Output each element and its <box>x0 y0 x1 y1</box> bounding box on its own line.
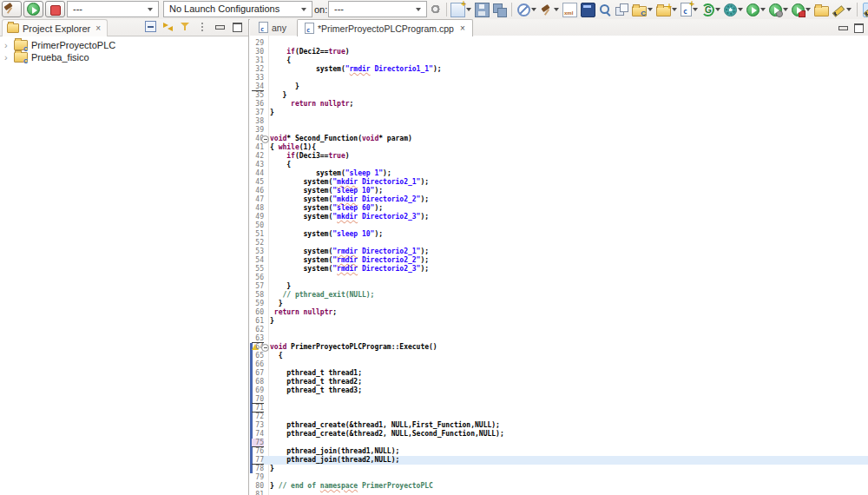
line-number[interactable]: 29 <box>252 39 264 47</box>
build-button[interactable] <box>2 1 22 17</box>
line-number[interactable]: 37 <box>252 109 264 116</box>
expander-chevron-icon[interactable]: › <box>4 41 10 50</box>
line-number[interactable]: 34 <box>252 82 264 91</box>
code-line[interactable]: 35 } <box>250 91 868 100</box>
code-editor[interactable]: 2930 if(Deci2==true)31 {32 system("rmdir… <box>250 36 868 495</box>
xml-icon[interactable] <box>562 3 577 17</box>
last-edit-icon[interactable] <box>615 3 628 16</box>
console-icon[interactable] <box>581 3 595 17</box>
editor-tab[interactable]: *PrimerProyectoPLCProgram.cpp× <box>297 19 473 36</box>
line-number[interactable]: 71 <box>252 404 264 412</box>
line-number[interactable]: 31 <box>252 56 264 64</box>
stop-button[interactable] <box>45 1 65 17</box>
line-number[interactable]: 46 <box>252 187 264 195</box>
build-icon[interactable] <box>540 3 553 16</box>
code-line[interactable]: 37} <box>250 109 868 117</box>
mark-occurrences-icon[interactable] <box>864 3 868 16</box>
line-number[interactable]: 50 <box>252 221 264 229</box>
fold-collapse-icon[interactable] <box>261 344 269 352</box>
new-cpp-class-icon[interactable] <box>656 6 671 16</box>
line-number[interactable]: 62 <box>252 326 264 333</box>
line-number[interactable]: 53 <box>252 248 264 255</box>
code-line[interactable]: 75 <box>250 439 868 447</box>
code-line[interactable]: 31 { <box>250 56 868 65</box>
line-number[interactable]: 54 <box>252 256 264 264</box>
code-line[interactable]: 61} <box>250 317 868 326</box>
code-line[interactable]: 36 return nullptr; <box>250 100 868 109</box>
line-number[interactable]: 70 <box>252 395 264 404</box>
code-line[interactable]: 60 return nullptr; <box>250 308 868 317</box>
code-line[interactable]: 46 system("sleep 10"); <box>250 187 868 195</box>
code-line[interactable]: 51 system("sleep 10"); <box>250 230 868 239</box>
line-number[interactable]: 65 <box>252 352 264 360</box>
code-line[interactable]: 69 pthread_t thread3; <box>250 386 868 395</box>
dropdown-arrow-icon[interactable] <box>672 8 677 11</box>
skip-breakpoints-icon[interactable] <box>517 3 530 16</box>
line-number[interactable]: 47 <box>252 195 264 203</box>
dropdown-arrow-icon[interactable] <box>738 8 743 11</box>
line-number[interactable]: 60 <box>252 308 264 316</box>
code-line[interactable]: 33 <box>250 74 868 82</box>
code-line[interactable]: 56 <box>250 274 868 282</box>
run-icon[interactable] <box>746 3 760 16</box>
line-number[interactable]: 43 <box>252 161 264 168</box>
code-line[interactable]: 58 // pthread_exit(NULL); <box>250 291 868 300</box>
link-with-editor-icon[interactable] <box>162 21 174 32</box>
code-line[interactable]: 39 <box>250 126 868 135</box>
line-number[interactable]: 73 <box>252 421 264 429</box>
code-line[interactable]: 81 <box>250 491 868 495</box>
line-number[interactable]: 51 <box>252 230 264 238</box>
target-settings-gear-icon[interactable] <box>430 3 441 15</box>
launch-group-icon[interactable] <box>701 3 714 16</box>
code-line[interactable]: 34 } <box>250 82 868 91</box>
line-number[interactable]: 35 <box>252 91 264 99</box>
code-line[interactable]: 53 system("rmdir Directorio2_1"); <box>250 248 868 256</box>
line-number[interactable]: 45 <box>252 178 264 186</box>
code-line[interactable]: 43 { <box>250 161 868 169</box>
fold-collapse-icon[interactable] <box>261 135 269 143</box>
line-number[interactable]: 74 <box>252 430 264 438</box>
code-line[interactable]: 42 if(Deci3==true) <box>250 152 868 161</box>
code-line[interactable]: 74 pthread_create(&thread2, NULL,Second_… <box>250 430 868 439</box>
dropdown-arrow-icon[interactable] <box>715 8 720 11</box>
code-line[interactable]: 47 system("mkdir Directorio2_2"); <box>250 195 868 204</box>
save-all-icon[interactable] <box>493 3 506 16</box>
code-line[interactable]: 67 pthread_t thread1; <box>250 369 868 378</box>
code-line[interactable]: 52 <box>250 239 868 248</box>
dropdown-arrow-icon[interactable] <box>648 8 653 11</box>
line-number[interactable]: 55 <box>252 265 264 273</box>
dropdown-arrow-icon[interactable] <box>531 8 536 11</box>
line-number[interactable]: 76 <box>252 447 264 455</box>
line-number[interactable]: 44 <box>252 169 264 177</box>
debug-icon[interactable] <box>724 3 737 16</box>
code-line[interactable]: 32 system("rmdir Directorio1_1"); <box>250 65 868 74</box>
code-line[interactable]: 38 <box>250 117 868 126</box>
code-line[interactable]: 49 system("mkdir Directorio2_3"); <box>250 213 868 221</box>
line-number[interactable]: 41 <box>252 143 264 151</box>
dropdown-arrow-icon[interactable] <box>554 8 559 11</box>
line-number[interactable]: 57 <box>252 282 264 290</box>
line-number[interactable]: 52 <box>252 239 264 247</box>
code-line[interactable]: 66 <box>250 360 868 369</box>
maximize-icon[interactable] <box>232 21 243 32</box>
new-c-project-icon[interactable] <box>632 6 647 16</box>
line-number[interactable]: 56 <box>252 274 264 281</box>
line-number[interactable]: 72 <box>252 412 264 420</box>
line-number[interactable]: 68 <box>252 378 264 386</box>
line-number[interactable]: 69 <box>252 386 264 394</box>
line-number[interactable]: 80 <box>252 482 264 490</box>
code-line[interactable]: 80} // end of namespace PrimerProyectoPL… <box>250 482 868 491</box>
save-icon[interactable] <box>475 3 490 17</box>
close-view-icon[interactable]: × <box>95 23 101 33</box>
new-wizard-icon[interactable] <box>450 3 465 17</box>
code-line[interactable]: 30 if(Deci2==true) <box>250 48 868 56</box>
line-number[interactable]: 33 <box>252 74 264 82</box>
code-line[interactable]: 79 <box>250 473 868 482</box>
dropdown-arrow-icon[interactable] <box>783 8 788 11</box>
code-line[interactable]: 41{ while(1){ <box>250 143 868 152</box>
code-line[interactable]: 40void* Second_Function(void* param) <box>250 135 868 143</box>
new-c-file-icon[interactable] <box>681 3 692 16</box>
code-line[interactable]: 64void PrimerProyectoPLCProgram::Execute… <box>250 343 868 352</box>
code-line[interactable]: 62 <box>250 326 868 334</box>
line-number[interactable]: 78 <box>252 465 264 472</box>
